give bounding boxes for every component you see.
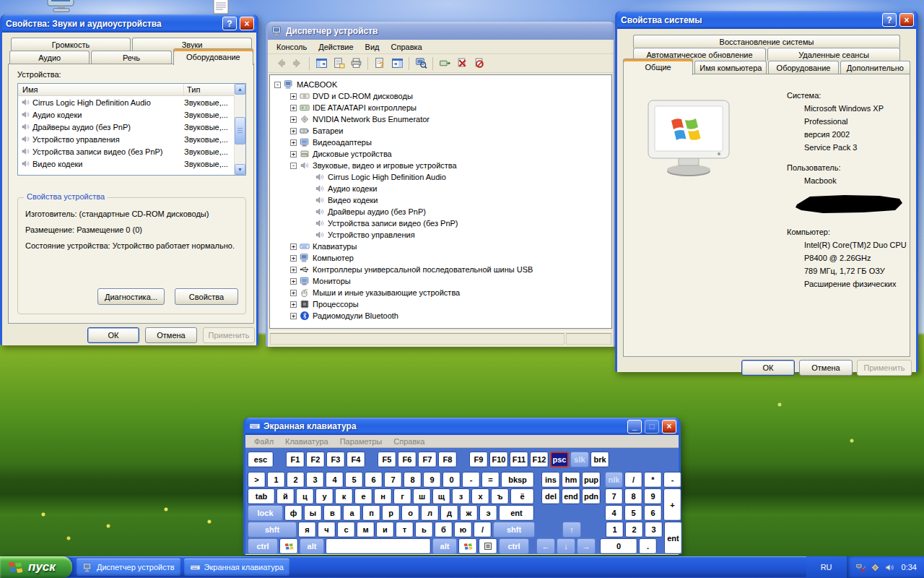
key-2[interactable]: 2 <box>287 472 305 488</box>
key-→[interactable]: → <box>577 538 596 554</box>
apply-button[interactable]: Применить <box>857 360 912 376</box>
key-esc[interactable]: esc <box>248 452 274 467</box>
key-F7[interactable]: F7 <box>418 452 437 467</box>
tree-expander-plus[interactable]: + <box>290 128 297 134</box>
device-list-row[interactable]: Аудио кодекиЗвуковые,... <box>18 108 245 121</box>
system-titlebar[interactable]: Свойства системы ? × <box>617 11 916 29</box>
tree-item-label[interactable]: Устройства записи видео (без PnP) <box>328 219 458 228</box>
key-ё[interactable]: ё <box>510 488 534 504</box>
tree-expander-plus[interactable]: + <box>290 255 297 262</box>
key-9[interactable]: 9 <box>644 488 662 504</box>
key-F11[interactable]: F11 <box>510 452 528 467</box>
key-F12[interactable]: F12 <box>530 452 549 467</box>
cancel-button[interactable]: Отмена <box>799 360 853 376</box>
key-pup[interactable]: pup <box>582 472 601 488</box>
key-pdn[interactable]: pdn <box>582 488 601 504</box>
toolbar-help-button[interactable]: ? <box>372 56 388 72</box>
key-б[interactable]: б <box>435 522 453 538</box>
tree-item-label[interactable]: Радиомодули Bluetooth <box>313 311 398 320</box>
keyboard-menu-item-0[interactable]: Файл <box>248 436 279 447</box>
key-←[interactable]: ← <box>536 538 555 554</box>
toolbar-panel-right-button[interactable] <box>389 56 405 72</box>
key-ent[interactable]: ent <box>499 505 534 521</box>
key-ш[interactable]: ш <box>413 488 431 504</box>
tree-item-label[interactable]: Драйверы аудио (без PnP) <box>328 207 426 216</box>
toolbar-disable-button[interactable] <box>454 56 470 72</box>
tree-expander-plus[interactable]: + <box>290 105 297 111</box>
key-н[interactable]: н <box>374 488 392 504</box>
tree-item-label[interactable]: Устройство управления <box>328 230 415 239</box>
system-tab-3[interactable]: Дополнительно <box>840 61 910 74</box>
key-1[interactable]: 1 <box>606 522 624 538</box>
toolbar-uninstall-button[interactable] <box>471 56 487 72</box>
key-5[interactable]: 5 <box>345 472 363 488</box>
key-slk[interactable]: slk <box>570 452 589 467</box>
key-nlk[interactable]: nlk <box>605 472 623 488</box>
key-alt[interactable]: alt <box>432 538 457 554</box>
volume-icon[interactable] <box>884 562 895 573</box>
keyboard-menu-item-2[interactable]: Параметры <box>334 436 388 447</box>
cancel-button[interactable]: Отмена <box>145 327 197 343</box>
key-*[interactable]: * <box>644 472 662 488</box>
sound-tab-0[interactable]: Аудио <box>9 51 90 64</box>
key-ф[interactable]: ф <box>284 505 302 521</box>
key-г[interactable]: г <box>393 488 411 504</box>
key-ins[interactable]: ins <box>541 472 560 488</box>
key-ц[interactable]: ц <box>296 488 314 504</box>
start-button[interactable]: пуск <box>0 556 72 578</box>
close-icon[interactable]: × <box>899 13 914 27</box>
key-4[interactable]: 4 <box>326 472 344 488</box>
menu-item-3[interactable]: Справка <box>385 41 428 53</box>
key-ctrl[interactable]: ctrl <box>248 538 278 554</box>
list-scrollbar[interactable]: ▲ ▼ <box>234 84 245 175</box>
key-с[interactable]: с <box>337 522 355 538</box>
key-F6[interactable]: F6 <box>398 452 417 467</box>
key-у[interactable]: у <box>315 488 334 504</box>
key-0[interactable]: 0 <box>600 538 637 554</box>
nvidia-icon[interactable] <box>870 562 881 573</box>
tree-expander-minus[interactable]: - <box>290 163 297 169</box>
key-о[interactable]: о <box>401 505 419 521</box>
key-↓[interactable]: ↓ <box>557 538 575 554</box>
key--[interactable]: - <box>663 472 681 488</box>
menu-item-1[interactable]: Действие <box>313 41 359 53</box>
key-F9[interactable]: F9 <box>469 452 488 467</box>
tree-item-label[interactable]: Контроллеры универсальной последовательн… <box>313 265 533 274</box>
key-з[interactable]: з <box>452 488 470 504</box>
key-1[interactable]: 1 <box>267 472 285 488</box>
device-list-row[interactable]: Устройства записи видео (без PnP)Звуковы… <box>18 145 245 158</box>
key-bksp[interactable]: bksp <box>501 472 534 488</box>
tree-expander-plus[interactable]: + <box>290 116 297 123</box>
close-icon[interactable]: × <box>240 17 254 30</box>
tree-expander-plus[interactable]: + <box>290 151 297 158</box>
key-.[interactable]: . <box>639 538 657 554</box>
system-tab-1[interactable]: Имя компьютера <box>694 61 767 74</box>
column-name[interactable]: Имя <box>18 84 184 95</box>
key-lock[interactable]: lock <box>248 505 283 521</box>
tree-item-label[interactable]: DVD и CD-ROM дисководы <box>313 92 413 100</box>
ok-button[interactable]: ОК <box>87 327 139 343</box>
key-shft[interactable]: shft <box>248 522 297 538</box>
key-↑[interactable]: ↑ <box>562 522 581 538</box>
key-5[interactable]: 5 <box>624 505 642 521</box>
tree-item-label[interactable]: Дисковые устройства <box>313 150 392 158</box>
key-д[interactable]: д <box>440 505 458 521</box>
device-list-row[interactable]: Видео кодекиЗвуковые,... <box>18 158 245 170</box>
device-list-row[interactable]: Устройство управленияЗвуковые,... <box>18 133 245 145</box>
tree-expander-plus[interactable]: + <box>290 290 297 296</box>
key-э[interactable]: э <box>479 505 497 521</box>
key-del[interactable]: del <box>541 488 560 504</box>
taskbar-clock[interactable]: 0:34 <box>902 563 917 571</box>
key-windows[interactable] <box>279 538 298 554</box>
ok-button[interactable]: ОК <box>741 360 795 376</box>
key--[interactable]: - <box>462 472 480 488</box>
key-psc[interactable]: psc <box>550 452 569 467</box>
tree-item-label[interactable]: Мониторы <box>313 277 351 285</box>
desktop-icon-document[interactable] <box>212 0 230 14</box>
key-р[interactable]: р <box>382 505 400 521</box>
tree-item-label[interactable]: Видео кодеки <box>328 196 378 204</box>
tree-item-label[interactable]: Аудио кодеки <box>328 184 377 193</box>
keyboard-menu-item-1[interactable]: Клавиатура <box>279 436 334 447</box>
tree-item-label[interactable]: Cirrus Logic High Definition Audio <box>328 173 446 181</box>
key-8[interactable]: 8 <box>404 472 422 488</box>
